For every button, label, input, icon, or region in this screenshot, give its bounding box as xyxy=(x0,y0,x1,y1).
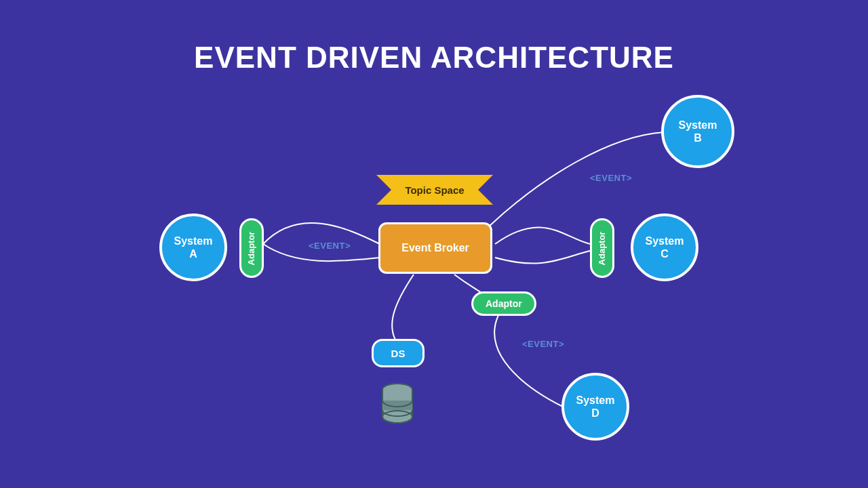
node-event-broker: Event Broker xyxy=(378,222,492,274)
node-system-d: System D xyxy=(561,373,629,441)
page-title: EVENT DRIVEN ARCHITECTURE xyxy=(0,41,868,75)
node-adaptor-d: Adaptor xyxy=(471,291,536,316)
node-system-c: System C xyxy=(631,214,698,281)
node-topic-space-label: Topic Space xyxy=(405,184,464,196)
node-system-c-label: System C xyxy=(646,235,684,260)
event-label-2: <EVENT> xyxy=(590,173,632,183)
node-adaptor-a: Adaptor xyxy=(239,218,264,278)
node-system-b: System B xyxy=(661,95,734,168)
node-event-broker-label: Event Broker xyxy=(401,242,469,254)
node-adaptor-a-label: Adaptor xyxy=(247,231,257,265)
event-label-3: <EVENT> xyxy=(522,339,564,349)
node-system-a: System A xyxy=(159,214,227,281)
node-adaptor-c-label: Adaptor xyxy=(597,231,608,265)
node-topic-space: Topic Space xyxy=(376,175,493,205)
event-label-1: <EVENT> xyxy=(309,241,351,251)
node-ds-label: DS xyxy=(391,348,406,359)
database-icon xyxy=(381,383,414,424)
node-adaptor-c: Adaptor xyxy=(590,218,614,278)
node-adaptor-d-label: Adaptor xyxy=(486,298,522,309)
node-ds: DS xyxy=(372,339,425,367)
node-system-b-label: System B xyxy=(679,119,717,144)
node-system-d-label: System D xyxy=(576,394,615,420)
node-system-a-label: System A xyxy=(174,235,213,260)
